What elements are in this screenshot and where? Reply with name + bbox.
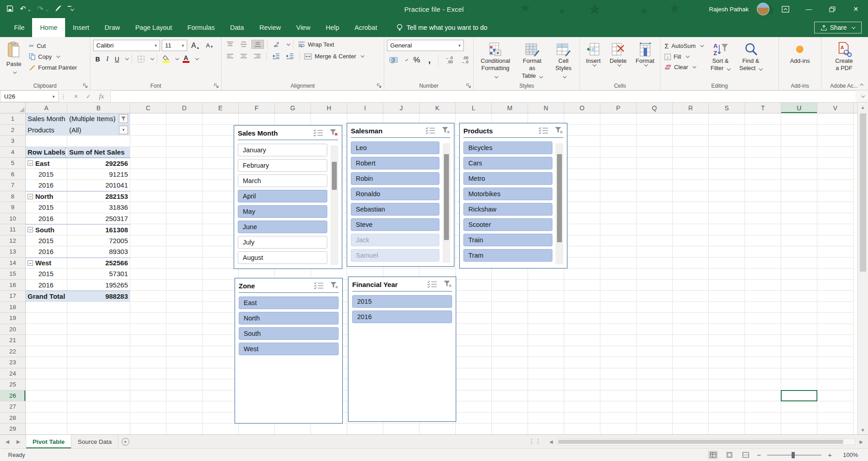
cell-E6[interactable] [203,169,239,180]
cell-O7[interactable] [564,180,600,191]
user-name[interactable]: Rajesh Pathak [709,6,749,13]
cell-R25[interactable] [673,379,709,390]
slicer-item[interactable]: Metro [463,172,552,185]
cell-D26[interactable] [166,390,203,402]
row-header-22[interactable]: 22 [0,346,26,358]
cell-S5[interactable] [709,158,745,169]
cell-U27[interactable] [781,401,817,413]
cell-S4[interactable] [709,147,745,158]
tab-scroll-handle[interactable]: ⋮⋮ [525,438,545,445]
cell-V20[interactable] [817,324,854,335]
row-header-28[interactable]: 28 [0,413,26,424]
column-header-V[interactable]: V [817,103,854,113]
cell-S28[interactable] [709,413,745,424]
cell-U23[interactable] [781,357,817,368]
cell-R6[interactable] [673,169,709,180]
cell-S3[interactable] [709,136,745,147]
cell-B17[interactable]: 988283 [67,291,130,302]
cell-S10[interactable] [709,213,745,225]
cell-S7[interactable] [709,180,745,191]
cell-P19[interactable] [600,313,637,324]
cell-Q11[interactable] [637,224,673,235]
slicer-item[interactable]: Samuel [351,249,439,262]
cell-R20[interactable] [673,324,709,335]
tell-me-box[interactable]: Tell me what you want to do [396,18,487,37]
cell-A4[interactable]: Row Labels▾ [26,147,67,158]
cell-V8[interactable] [817,191,854,202]
cell-Q13[interactable] [637,246,673,258]
multi-select-icon[interactable] [314,282,324,291]
fill-color-button[interactable] [160,54,172,64]
cell-O8[interactable] [564,191,600,202]
cell-S8[interactable] [709,191,745,202]
cell-C29[interactable] [130,423,166,434]
cell-R2[interactable] [673,125,709,136]
cell-T13[interactable] [745,246,781,258]
cell-M15[interactable] [492,268,528,280]
cell-E19[interactable] [203,313,239,324]
cell-O17[interactable] [564,291,600,302]
cell-Q18[interactable] [637,302,673,313]
cell-B14[interactable]: 252566 [67,258,130,269]
slicer-item[interactable]: 2016 [352,310,452,323]
cell-N29[interactable] [528,423,564,434]
cell-T18[interactable] [745,302,781,313]
align-center-button[interactable] [238,53,250,60]
cell-T21[interactable] [745,335,781,346]
normal-view-icon[interactable] [708,451,718,459]
cell-O16[interactable] [564,280,600,291]
cell-O4[interactable] [564,147,600,158]
cell-B4[interactable]: Sum of Net Sales [67,147,130,158]
cell-T10[interactable] [745,213,781,225]
cell-Q9[interactable] [637,202,673,213]
cell-Q14[interactable] [637,258,673,269]
cell-D28[interactable] [166,413,203,424]
cell-M26[interactable] [492,390,528,402]
cell-T16[interactable] [745,280,781,291]
cell-V21[interactable] [817,335,854,346]
cell-F29[interactable] [239,423,275,434]
cell-S14[interactable] [709,258,745,269]
cell-U8[interactable] [781,191,817,202]
cell-P3[interactable] [600,136,637,147]
cell-C2[interactable] [130,125,166,136]
cell-O21[interactable] [564,335,600,346]
cell-O2[interactable] [564,125,600,136]
cell-Q1[interactable] [637,113,673,125]
column-header-F[interactable]: F [239,103,275,113]
cell-L22[interactable] [456,346,492,358]
cell-T19[interactable] [745,313,781,324]
cell-O22[interactable] [564,346,600,358]
cell-E27[interactable] [203,401,239,413]
cell-B11[interactable]: 161308 [67,224,130,235]
column-header-A[interactable]: A [26,103,67,113]
cell-B3[interactable] [67,136,130,147]
cell-Q23[interactable] [637,357,673,368]
cell-H29[interactable] [311,423,347,434]
cell-M16[interactable] [492,280,528,291]
save-icon[interactable] [6,5,14,14]
cell-B16[interactable]: 195265 [67,280,130,291]
cell-L23[interactable] [456,357,492,368]
cell-B2[interactable]: (All)▾ [67,125,130,136]
cell-A5[interactable]: −East [26,158,67,169]
cell-N28[interactable] [528,413,564,424]
wrap-text-button[interactable]: ab Wrap Text [297,40,335,49]
slicer-scroll-thumb[interactable] [557,154,562,242]
cell-P4[interactable] [600,147,637,158]
cell-O6[interactable] [564,169,600,180]
cell-R10[interactable] [673,213,709,225]
cell-U6[interactable] [781,169,817,180]
underline-dropdown-icon[interactable] [125,56,129,60]
cell-V6[interactable] [817,169,854,180]
name-box[interactable]: U26▾ [0,90,59,102]
collapse-ribbon-icon[interactable] [858,81,863,88]
cell-Q26[interactable] [637,390,673,402]
cell-E10[interactable] [203,213,239,225]
cell-T1[interactable] [745,113,781,125]
cell-T28[interactable] [745,413,781,424]
cell-A28[interactable] [26,413,67,424]
slicer-item[interactable]: February [238,159,327,172]
cell-D8[interactable] [166,191,203,202]
cell-A26[interactable] [26,390,67,402]
